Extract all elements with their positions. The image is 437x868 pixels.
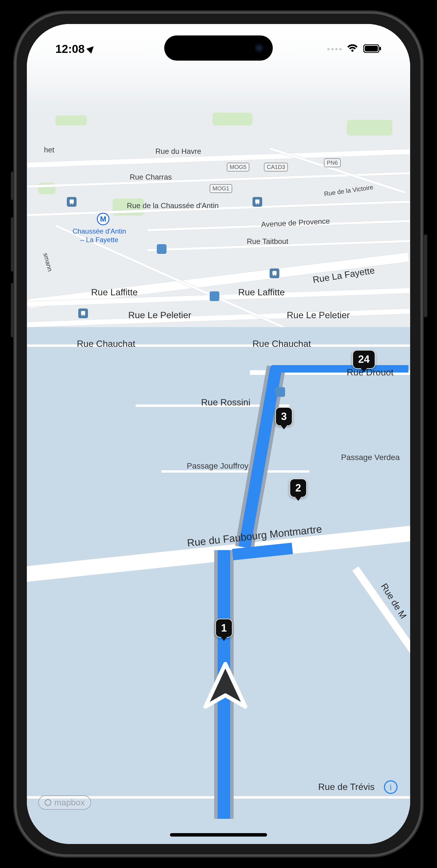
bike-share-icon [157,244,167,254]
bus-stop-icon [67,197,76,207]
status-time: 12:08 [56,42,85,56]
svg-point-7 [256,204,257,205]
svg-point-14 [84,315,85,316]
street-label: Rue Laffitte [238,287,285,298]
svg-point-4 [70,204,71,205]
svg-point-10 [273,275,274,276]
svg-rect-6 [255,199,260,204]
waypoint-marker[interactable]: 1 [215,619,233,638]
wifi-icon [347,42,358,56]
bike-share-icon [210,291,220,301]
street-label: Rue de la Chaussée d'Antin [127,201,219,210]
street-label: Passage Verdea [341,453,400,462]
street-label: Passage Jouffroy [187,461,248,471]
svg-point-5 [72,204,73,205]
cell-dots-icon [327,48,342,50]
street-label: Rue de Trévis [318,782,374,792]
route-badge: CA1D3 [264,163,288,172]
current-location-arrow [197,658,254,716]
street-label: Rue Le Peletier [287,310,350,320]
waypoint-marker[interactable]: 3 [275,407,293,426]
street-label: Rue du Havre [156,147,201,156]
home-indicator[interactable] [170,833,267,837]
mapbox-pin-icon [44,799,52,806]
info-icon[interactable]: i [384,780,398,794]
street-label: Rue Laffitte [91,287,138,298]
street-label: smann [42,252,54,273]
svg-point-8 [258,204,259,205]
dynamic-island [164,35,273,61]
battery-icon [363,42,381,56]
phone-frame: 12:08 [14,11,423,857]
street-label: Rue Charras [130,173,172,182]
svg-point-11 [275,275,276,276]
svg-rect-1 [365,46,378,52]
street-label: Avenue de Provence [261,217,330,229]
metro-station-label[interactable]: Chaussée d'Antin – La Fayette [72,227,126,244]
bus-stop-icon [78,309,88,318]
svg-rect-9 [272,271,277,275]
svg-rect-3 [70,199,74,204]
street-label: Rue Chauchat [77,339,135,349]
bus-stop-icon [270,269,279,278]
map-attribution[interactable]: mapbox [38,795,91,810]
route-badge: MOG1 [210,184,232,193]
street-label: het [44,146,54,154]
waypoint-marker[interactable]: 2 [290,478,307,497]
svg-rect-12 [81,311,86,315]
bike-share-icon [275,387,285,397]
waypoint-marker[interactable]: 24 [352,350,375,369]
street-label: Rue de la Victoire [324,184,374,198]
svg-point-13 [82,315,83,316]
route-badge: PN6 [324,158,341,167]
street-label: Rue Taitbout [247,237,289,246]
street-label: Rue Le Peletier [128,310,191,320]
location-icon [87,44,96,54]
bus-stop-icon [253,197,262,207]
screen[interactable]: 12:08 [27,24,410,844]
route-badge: MOG5 [227,163,249,172]
street-label: Rue Chauchat [253,339,311,349]
metro-icon[interactable]: M [97,213,109,225]
street-label: Rue Rossini [201,397,250,408]
map-lower-region: Rue Chauchat Rue Chauchat Rue Drouot Rue… [27,327,410,844]
svg-rect-2 [379,47,381,50]
map-canvas[interactable]: Rue du Havre het Rue Charras Rue de la C… [27,24,410,844]
